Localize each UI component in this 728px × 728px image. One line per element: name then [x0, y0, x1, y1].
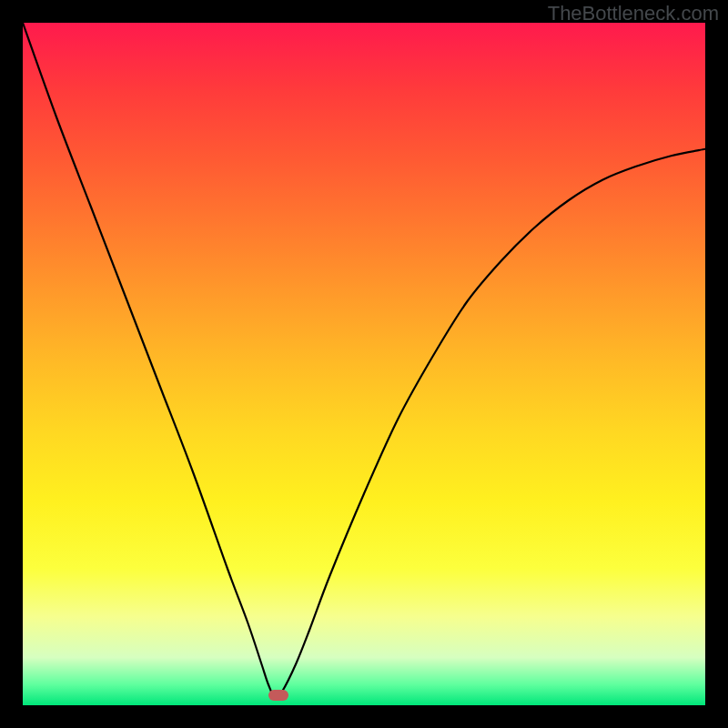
plot-area	[23, 23, 705, 705]
bottleneck-curve	[23, 23, 705, 705]
optimum-marker	[268, 690, 288, 701]
chart-container: TheBottleneck.com	[0, 0, 728, 728]
